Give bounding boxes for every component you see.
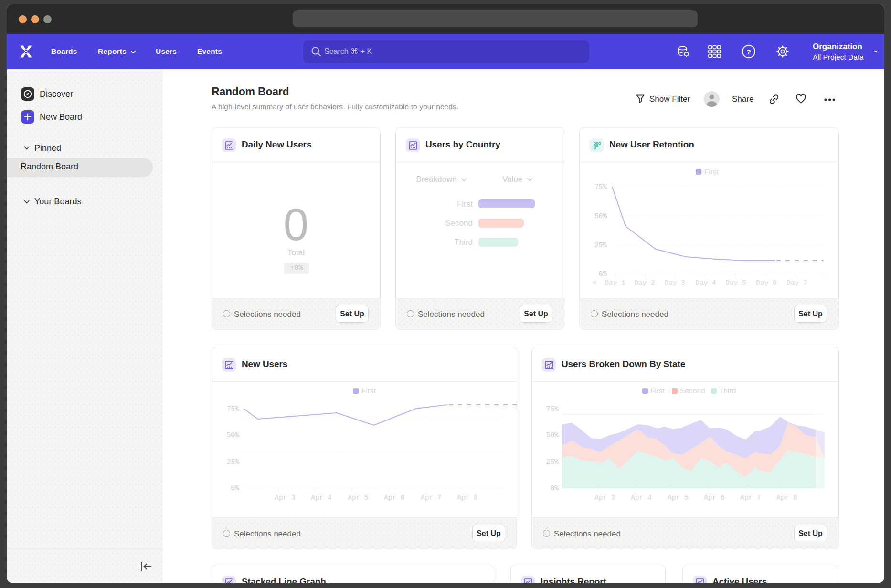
svg-text:Day 2: Day 2: [634, 279, 655, 287]
svg-text:75%: 75%: [594, 183, 607, 191]
svg-text:Apr 6: Apr 6: [384, 494, 405, 502]
svg-text:Apr 3: Apr 3: [594, 494, 615, 502]
svg-text:Apr 3: Apr 3: [275, 494, 296, 502]
svg-text:First: First: [650, 387, 665, 395]
svg-text:Day 5: Day 5: [725, 279, 746, 287]
svg-text:Apr 8: Apr 8: [457, 494, 478, 502]
svg-text:Second: Second: [680, 387, 705, 395]
svg-text:Apr 6: Apr 6: [704, 494, 725, 502]
svg-text:50%: 50%: [227, 431, 239, 439]
svg-text:Apr 5: Apr 5: [348, 494, 369, 502]
svg-text:75%: 75%: [546, 405, 559, 413]
svg-text:<: <: [593, 279, 597, 287]
svg-text:Apr 7: Apr 7: [740, 494, 761, 502]
svg-text:Apr 5: Apr 5: [668, 494, 689, 502]
svg-text:50%: 50%: [594, 212, 607, 220]
svg-text:First: First: [361, 387, 376, 395]
svg-text:0%: 0%: [551, 484, 559, 492]
svg-text:?: ?: [746, 48, 751, 56]
svg-text:Day 7: Day 7: [786, 279, 807, 287]
svg-text:Day 3: Day 3: [664, 279, 685, 287]
svg-text:Apr 4: Apr 4: [631, 494, 652, 502]
svg-text:Third: Third: [719, 387, 736, 395]
svg-text:25%: 25%: [594, 242, 607, 249]
svg-text:0%: 0%: [231, 484, 240, 492]
svg-text:Day 1: Day 1: [605, 279, 626, 287]
svg-text:First: First: [704, 168, 719, 176]
svg-text:50%: 50%: [546, 431, 559, 439]
svg-text:25%: 25%: [546, 458, 559, 466]
svg-text:Day 6: Day 6: [756, 279, 777, 287]
svg-text:Apr 7: Apr 7: [421, 494, 442, 502]
svg-text:0%: 0%: [599, 270, 607, 278]
svg-text:25%: 25%: [227, 458, 239, 466]
svg-text:Apr 8: Apr 8: [776, 494, 797, 502]
svg-text:Apr 4: Apr 4: [311, 494, 332, 502]
svg-text:75%: 75%: [227, 405, 239, 413]
svg-text:Day 4: Day 4: [695, 279, 716, 287]
